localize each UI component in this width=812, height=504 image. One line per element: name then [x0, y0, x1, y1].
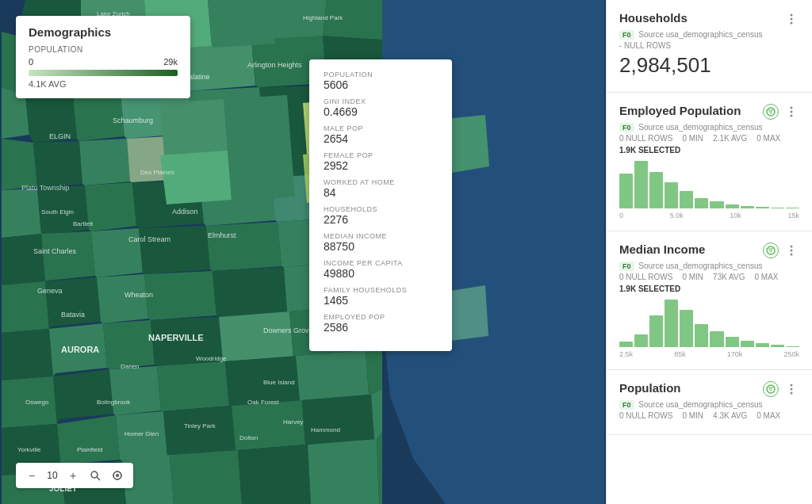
svg-point-140 — [791, 18, 793, 21]
households-source-badge: F0 — [619, 30, 634, 40]
svg-text:Highland Park: Highland Park — [303, 14, 343, 21]
svg-text:Yorkville: Yorkville — [17, 446, 41, 453]
svg-marker-22 — [446, 115, 489, 173]
population-label: POPULATION — [29, 45, 178, 54]
population-source-badge: F0 — [619, 400, 634, 410]
svg-point-131 — [91, 472, 98, 478]
popup-value-population: 5606 — [324, 78, 438, 91]
svg-marker-38 — [41, 231, 95, 281]
map-container[interactable]: ELGIN Schaumburg Plato Township South El… — [0, 0, 606, 504]
svg-text:Schaumburg: Schaumburg — [113, 116, 153, 124]
popup-row-households: HOUSEHOLDS 2276 — [324, 205, 438, 226]
svg-text:Geneva: Geneva — [37, 287, 63, 295]
zoom-out-button[interactable]: − — [22, 466, 41, 485]
income-filter-icon[interactable] — [763, 242, 779, 258]
svg-point-141 — [791, 22, 793, 25]
svg-marker-10 — [180, 40, 255, 91]
svg-text:NAPERVILLE: NAPERVILLE — [148, 333, 203, 342]
popup-field-gini: GINI INDEX — [324, 97, 438, 105]
card-employed-icons — [763, 104, 799, 120]
popup-field-familyhh: FAMILY HOUSEHOLDS — [324, 286, 438, 294]
svg-marker-30 — [2, 189, 41, 238]
income-more-icon[interactable] — [783, 242, 799, 258]
hist-bar-2 — [649, 172, 663, 208]
card-employed-header: Employed Population — [619, 104, 799, 120]
card-households-source: F0 Source usa_demographics_census — [619, 30, 799, 40]
svg-text:Des Plaines: Des Plaines — [140, 169, 174, 176]
employed-more-icon[interactable] — [783, 104, 799, 120]
svg-text:Wheaton: Wheaton — [124, 291, 153, 299]
hist-bar-7 — [726, 204, 739, 208]
hist-bar-4 — [680, 191, 693, 208]
households-more-icon[interactable] — [783, 11, 799, 27]
zoom-in-button[interactable]: + — [63, 466, 82, 485]
svg-marker-48 — [97, 274, 148, 323]
card-population-source: F0 Source usa_demographics_census — [619, 400, 799, 410]
hist-bar-8 — [741, 206, 754, 208]
svg-text:Oak Forest: Oak Forest — [247, 399, 279, 406]
svg-text:Dolton: Dolton — [239, 434, 258, 441]
income-histogram — [619, 300, 799, 347]
card-income-title: Median Income — [619, 242, 705, 256]
svg-marker-40 — [139, 226, 210, 274]
popup-value-workedhome: 84 — [324, 186, 438, 199]
search-map-button[interactable] — [86, 466, 105, 485]
svg-text:Batavia: Batavia — [61, 311, 85, 319]
svg-marker-88 — [224, 95, 291, 152]
svg-text:Elmhurst: Elmhurst — [208, 231, 236, 239]
svg-marker-89 — [160, 151, 232, 204]
popup-field-incomepercapita: INCOME PER CAPITA — [324, 259, 438, 267]
card-households: Households F0 Source usa_demographics_ce… — [607, 0, 812, 93]
popup-row-population: POPULATION 5606 — [324, 71, 438, 91]
hist-bar-1 — [634, 334, 648, 347]
range-min: 0 — [29, 57, 33, 67]
svg-text:Saint Charles: Saint Charles — [33, 247, 77, 255]
hist-bar-6 — [710, 201, 723, 208]
hist-bar-7 — [726, 337, 739, 347]
legend-range: 0 29k — [29, 57, 178, 67]
svg-text:Homer Glen: Homer Glen — [124, 430, 159, 437]
svg-text:Oswego: Oswego — [25, 399, 49, 406]
locate-button[interactable] — [108, 466, 127, 485]
card-population: Population F0 Source usa_demographics_ce… — [607, 370, 812, 435]
svg-marker-25 — [79, 139, 130, 185]
svg-text:Blue Island: Blue Island — [263, 379, 295, 386]
income-min: 0 MIN — [682, 273, 703, 281]
legend-gradient — [29, 70, 178, 76]
population-min: 0 MIN — [682, 411, 703, 420]
hist-axis-250k: 250k — [783, 350, 799, 358]
svg-text:Carol Stream: Carol Stream — [128, 235, 170, 243]
hist-bar-5 — [695, 324, 708, 347]
hist-axis-85k: 85k — [674, 350, 686, 358]
svg-text:Addison: Addison — [172, 208, 198, 216]
hist-bar-5 — [695, 198, 708, 208]
svg-point-144 — [791, 111, 793, 113]
map-popup: POPULATION 5606 GINI INDEX 0.4669 MALE P… — [309, 59, 452, 351]
popup-row-incomepercapita: INCOME PER CAPITA 49880 — [324, 259, 438, 280]
svg-text:Hammond: Hammond — [311, 426, 340, 433]
population-more-icon[interactable] — [783, 381, 799, 397]
employed-source-text: Source usa_demographics_census — [638, 123, 762, 132]
svg-text:Plainfield: Plainfield — [77, 446, 102, 453]
income-hist-axis: 2.5k 85k 170k 250k — [619, 350, 799, 358]
legend-title: Demographics — [29, 25, 178, 39]
employed-filter-icon[interactable] — [763, 104, 779, 120]
svg-text:Woodridge: Woodridge — [196, 355, 227, 362]
income-avg: 73K AVG — [713, 273, 745, 281]
employed-avg: 2.1K AVG — [713, 134, 747, 143]
income-stats: 0 NULL ROWS 0 MIN 73K AVG 0 MAX — [619, 273, 799, 281]
population-filter-icon[interactable] — [763, 381, 779, 397]
employed-stats: 0 NULL ROWS 0 MIN 2.1K AVG 0 MAX — [619, 134, 799, 143]
employed-histogram — [619, 161, 799, 208]
range-max: 29k — [163, 57, 178, 67]
svg-point-147 — [791, 246, 793, 248]
employed-max: 0 MAX — [756, 134, 780, 143]
card-households-title: Households — [619, 11, 688, 25]
svg-marker-53 — [2, 329, 53, 380]
svg-point-149 — [791, 254, 793, 256]
svg-text:ELGIN: ELGIN — [49, 132, 71, 140]
svg-text:Darien: Darien — [121, 363, 140, 370]
employed-hist-axis: 0 5.0k 10k 15k — [619, 212, 799, 220]
card-population-header: Population — [619, 381, 799, 397]
svg-marker-63 — [157, 361, 229, 411]
